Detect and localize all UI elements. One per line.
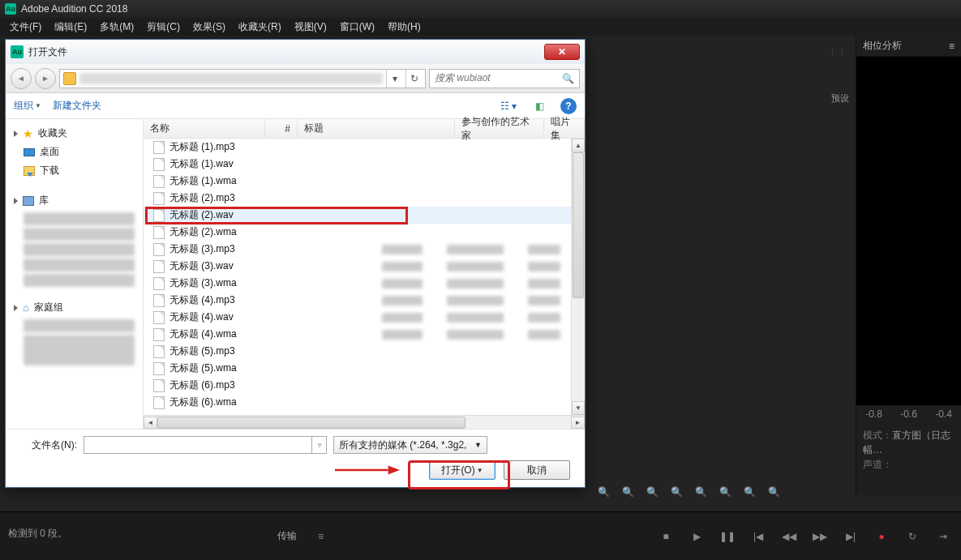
dialog-titlebar[interactable]: Au 打开文件 ✕ <box>6 40 585 64</box>
scroll-left-button[interactable]: ◄ <box>144 417 157 429</box>
pause-button[interactable]: ❚❚ <box>719 528 736 545</box>
file-list-body[interactable]: 无标题 (1).mp3无标题 (1).wav无标题 (1).wma无标题 (2)… <box>144 139 585 415</box>
sidebar-blurred-item[interactable] <box>24 335 135 365</box>
sidebar-blurred-item[interactable] <box>24 228 135 241</box>
path-blurred <box>79 73 383 84</box>
file-row[interactable]: 无标题 (4).wav <box>144 309 585 326</box>
file-row[interactable]: 无标题 (2).mp3 <box>144 190 585 207</box>
filename-input[interactable]: ▾ <box>84 436 327 454</box>
next-button[interactable]: ▶| <box>843 528 859 545</box>
sidebar-favorites[interactable]: ★收藏夹 <box>9 124 139 143</box>
view-mode-button[interactable]: ☷ ▾ <box>499 97 518 115</box>
menu-multitrack[interactable]: 多轨(M) <box>93 19 140 36</box>
sidebar-blurred-item[interactable] <box>24 212 135 225</box>
search-input[interactable]: 搜索 wubiaot 🔍 <box>429 69 580 88</box>
file-row[interactable]: 无标题 (6).mp3 <box>144 377 585 394</box>
status-text: 检测到 0 段。 <box>8 528 67 539</box>
new-folder-button[interactable]: 新建文件夹 <box>53 99 101 113</box>
forward-button[interactable]: ▶▶ <box>812 528 828 545</box>
menu-edit[interactable]: 编辑(E) <box>48 19 93 36</box>
help-icon[interactable]: ? <box>560 98 577 114</box>
panel-menu-icon[interactable]: ≡ <box>949 41 955 52</box>
horizontal-scrollbar[interactable]: ◄ ► <box>144 415 585 429</box>
file-row[interactable]: 无标题 (4).mp3 <box>144 292 585 309</box>
zoom-out-point-icon[interactable]: 🔍 <box>766 485 781 499</box>
col-name[interactable]: 名称 <box>144 119 265 138</box>
rewind-button[interactable]: ◀◀ <box>781 528 797 545</box>
file-row[interactable]: 无标题 (3).wav <box>144 258 585 275</box>
file-name: 无标题 (6).wma <box>169 395 237 409</box>
close-button[interactable]: ✕ <box>544 44 580 60</box>
col-album[interactable]: 唱片集 <box>544 119 585 138</box>
file-row[interactable]: 无标题 (3).wma <box>144 275 585 292</box>
sidebar-blurred-item[interactable] <box>24 274 135 287</box>
sidebar-library[interactable]: 库 <box>9 191 139 210</box>
nav-forward-button[interactable]: ► <box>35 68 56 89</box>
zoom-sel-icon[interactable]: 🔍 <box>718 485 732 499</box>
file-row[interactable]: 无标题 (2).wma <box>144 224 585 241</box>
skip-sel-button[interactable]: ⇥ <box>935 528 951 545</box>
panel-menu-icon[interactable]: ≡ <box>318 531 324 542</box>
sidebar-blurred-item[interactable] <box>24 259 135 271</box>
zoom-full-icon[interactable]: 🔍 <box>693 485 708 499</box>
menu-effects[interactable]: 效果(S) <box>187 19 232 36</box>
file-row[interactable]: 无标题 (5).mp3 <box>144 343 585 360</box>
record-button[interactable]: ● <box>873 528 890 545</box>
menu-help[interactable]: 帮助(H) <box>381 19 427 36</box>
scroll-thumb[interactable] <box>573 152 584 298</box>
file-row[interactable]: 无标题 (2).wav <box>144 207 585 224</box>
panel-drag-icon[interactable]: ⋮⋮ <box>828 47 847 58</box>
col-num[interactable]: # <box>265 119 298 138</box>
path-dropdown-icon[interactable]: ▾ <box>386 70 402 88</box>
play-button[interactable]: ▶ <box>689 528 705 545</box>
dialog-address-bar: ◄ ► ▾ ↻ 搜索 wubiaot 🔍 <box>6 64 585 93</box>
stop-button[interactable]: ■ <box>658 528 674 545</box>
zoom-out-time-icon[interactable]: 🔍 <box>620 485 635 499</box>
vertical-scrollbar[interactable]: ▲ ▼ <box>571 139 585 415</box>
file-row[interactable]: 无标题 (3).mp3 <box>144 241 585 258</box>
file-row[interactable]: 无标题 (4).wma <box>144 326 585 343</box>
col-artist[interactable]: 参与创作的艺术家 <box>455 119 544 138</box>
preview-pane-button[interactable]: ◧ <box>530 97 549 115</box>
sidebar-item-desktop[interactable]: 桌面 <box>9 143 139 161</box>
app-menubar[interactable]: 文件(F) 编辑(E) 多轨(M) 剪辑(C) 效果(S) 收藏夹(R) 视图(… <box>0 18 961 36</box>
scroll-right-button[interactable]: ► <box>571 417 585 429</box>
path-breadcrumb[interactable]: ▾ ↻ <box>59 69 426 88</box>
menu-view[interactable]: 视图(V) <box>288 19 333 36</box>
filetype-filter[interactable]: 所有支持的媒体 (*.264, *.3g2,▼ <box>333 436 487 454</box>
file-row[interactable]: 无标题 (1).wma <box>144 173 585 190</box>
menu-window[interactable]: 窗口(W) <box>333 19 381 36</box>
organize-button[interactable]: 组织▼ <box>14 99 41 113</box>
file-row[interactable]: 无标题 (5).wma <box>144 360 585 377</box>
hscroll-thumb[interactable] <box>157 417 465 429</box>
menu-favorites[interactable]: 收藏夹(R) <box>232 19 288 36</box>
open-button[interactable]: 打开(O)▼ <box>429 460 496 480</box>
phase-panel-title[interactable]: 相位分析 <box>863 39 902 53</box>
filename-dropdown-icon[interactable]: ▾ <box>311 437 326 453</box>
refresh-icon[interactable]: ↻ <box>405 70 422 88</box>
file-row[interactable]: 无标题 (1).wav <box>144 156 585 173</box>
file-list-header[interactable]: 名称 # 标题 参与创作的艺术家 唱片集 <box>144 119 585 139</box>
search-icon[interactable]: 🔍 <box>562 73 574 84</box>
transport-panel: 传输 ≡ ■ ▶ ❚❚ |◀ ◀◀ ▶▶ ▶| ● ↻ ⇥ <box>268 511 961 560</box>
zoom-in-time-icon[interactable]: 🔍 <box>596 485 611 499</box>
file-name: 无标题 (2).wav <box>169 208 234 222</box>
sidebar-blurred-item[interactable] <box>24 243 135 256</box>
col-title[interactable]: 标题 <box>298 119 455 138</box>
loop-button[interactable]: ↻ <box>904 528 920 545</box>
nav-back-button[interactable]: ◄ <box>11 68 32 89</box>
sidebar-item-downloads[interactable]: 下载 <box>9 161 139 180</box>
scroll-down-button[interactable]: ▼ <box>572 401 585 415</box>
cancel-button[interactable]: 取消 <box>504 460 570 480</box>
sidebar-blurred-item[interactable] <box>24 319 135 332</box>
menu-file[interactable]: 文件(F) <box>3 19 48 36</box>
zoom-in-amp-icon[interactable]: 🔍 <box>645 485 659 499</box>
menu-clip[interactable]: 剪辑(C) <box>140 19 187 36</box>
prev-button[interactable]: |◀ <box>750 528 766 545</box>
file-row[interactable]: 无标题 (1).mp3 <box>144 139 585 156</box>
scroll-up-button[interactable]: ▲ <box>572 139 585 152</box>
zoom-out-amp-icon[interactable]: 🔍 <box>669 485 684 499</box>
file-row[interactable]: 无标题 (6).wma <box>144 394 585 411</box>
zoom-in-point-icon[interactable]: 🔍 <box>742 485 757 499</box>
sidebar-homegroup[interactable]: ⌂家庭组 <box>9 298 139 317</box>
